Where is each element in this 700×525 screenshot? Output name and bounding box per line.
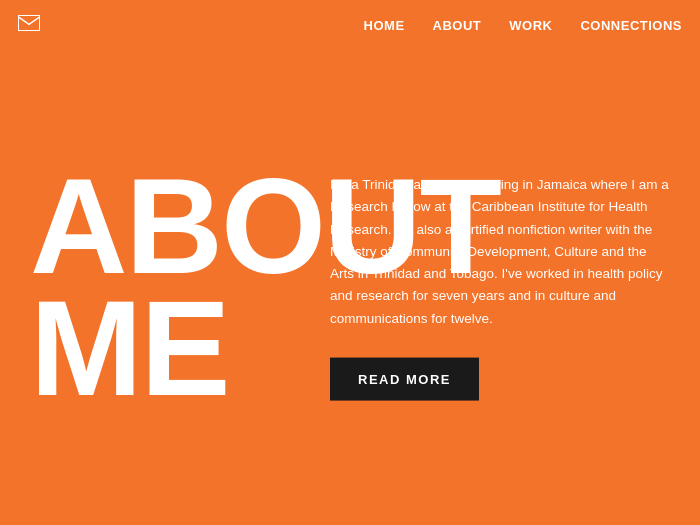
email-nav-link[interactable] xyxy=(18,15,40,35)
nav-link-home[interactable]: HOME xyxy=(364,18,405,33)
email-icon xyxy=(18,15,40,31)
nav-link-work[interactable]: WORK xyxy=(509,18,552,33)
main-content: ABOUT ME I'm a Trinidadian currently liv… xyxy=(0,49,700,525)
nav-link-about[interactable]: ABOUT xyxy=(433,18,482,33)
nav-link-connections[interactable]: CONNECTIONS xyxy=(580,18,682,33)
read-more-button[interactable]: READ MORE xyxy=(330,357,479,400)
nav-links: HOME ABOUT WORK CONNECTIONS xyxy=(364,16,682,34)
nav-item-about[interactable]: ABOUT xyxy=(433,16,482,34)
nav-item-work[interactable]: WORK xyxy=(509,16,552,34)
bio-paragraph: I'm a Trinidadian currently living in Ja… xyxy=(330,174,670,330)
navigation: HOME ABOUT WORK CONNECTIONS xyxy=(0,0,700,49)
hero-right-panel: I'm a Trinidadian currently living in Ja… xyxy=(330,174,670,401)
nav-item-connections[interactable]: CONNECTIONS xyxy=(580,16,682,34)
nav-item-home[interactable]: HOME xyxy=(364,16,405,34)
